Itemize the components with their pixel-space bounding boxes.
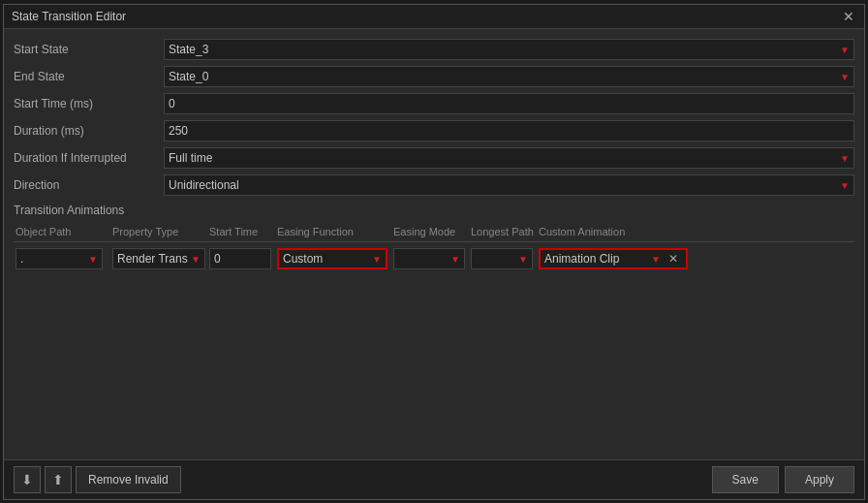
cell-custom-animation: Animation Clip ▼ ✕ <box>537 248 692 269</box>
custom-animation-arrow: ▼ <box>651 254 661 265</box>
custom-animation-dropdown[interactable]: Animation Clip ▼ <box>544 248 661 269</box>
footer-left: ⬇ ⬆ Remove Invalid <box>14 466 181 493</box>
duration-interrupted-arrow: ▼ <box>840 153 850 164</box>
th-easing-function: Easing Function <box>275 226 391 237</box>
icon-button-2[interactable]: ⬆ <box>45 466 72 493</box>
row-start-time-input[interactable] <box>209 248 271 269</box>
th-easing-mode: Easing Mode <box>391 226 469 237</box>
icon-button-1[interactable]: ⬇ <box>14 466 41 493</box>
title-bar: State Transition Editor ✕ <box>4 5 864 29</box>
start-time-input[interactable]: 0 <box>164 93 854 114</box>
easing-function-dropdown[interactable]: Custom ▼ <box>277 248 388 269</box>
start-state-arrow: ▼ <box>840 45 850 55</box>
direction-row: Direction Unidirectional ▼ <box>14 173 854 198</box>
duration-row: Duration (ms) 250 <box>14 118 854 143</box>
start-time-value: 0 <box>164 93 854 114</box>
direction-value: Unidirectional ▼ <box>164 174 854 196</box>
start-state-value: State_3 ▼ <box>164 39 854 60</box>
cell-easing-function: Custom ▼ <box>275 248 391 269</box>
dialog-content: Start State State_3 ▼ End State State_0 … <box>4 29 864 459</box>
direction-dropdown[interactable]: Unidirectional ▼ <box>164 174 854 196</box>
duration-input[interactable]: 250 <box>164 120 854 141</box>
longest-path-arrow: ▼ <box>518 254 528 265</box>
direction-text: Unidirectional <box>169 178 239 192</box>
save-button[interactable]: Save <box>712 466 779 493</box>
custom-animation-clear-button[interactable]: ✕ <box>665 253 682 265</box>
duration-value: 250 <box>164 120 854 141</box>
upload-icon: ⬆ <box>52 472 64 487</box>
start-state-row: Start State State_3 ▼ <box>14 37 854 62</box>
table-header: Object Path Property Type Start Time Eas… <box>14 221 854 242</box>
easing-mode-arrow: ▼ <box>450 254 460 265</box>
footer: ⬇ ⬆ Remove Invalid Save Apply <box>4 459 864 499</box>
object-path-arrow: ▼ <box>88 254 98 265</box>
custom-animation-text: Animation Clip <box>544 252 619 266</box>
object-path-dropdown[interactable]: . ▼ <box>16 248 103 269</box>
cell-property-type: Render Trans ▼ <box>110 248 207 269</box>
longest-path-dropdown[interactable]: ▼ <box>471 248 533 269</box>
dialog: State Transition Editor ✕ Start State St… <box>3 4 865 500</box>
end-state-dropdown[interactable]: State_0 ▼ <box>164 66 854 87</box>
cell-easing-mode: ▼ <box>391 248 469 269</box>
cell-longest-path: ▼ <box>469 248 537 269</box>
start-state-text: State_3 <box>169 43 208 56</box>
start-state-dropdown[interactable]: State_3 ▼ <box>164 39 854 60</box>
end-state-text: State_0 <box>169 70 208 83</box>
end-state-row: End State State_0 ▼ <box>14 64 854 89</box>
duration-interrupted-text: Full time <box>169 151 212 165</box>
start-time-row: Start Time (ms) 0 <box>14 91 854 116</box>
cell-object-path: . ▼ <box>14 248 110 269</box>
table-row: . ▼ Render Trans ▼ Custom ▼ <box>14 246 854 271</box>
apply-button[interactable]: Apply <box>785 466 854 493</box>
object-path-text: . <box>20 252 23 266</box>
remove-invalid-button[interactable]: Remove Invalid <box>76 466 181 493</box>
th-property-type: Property Type <box>110 226 207 237</box>
close-button[interactable]: ✕ <box>841 10 856 23</box>
start-state-label: Start State <box>14 43 164 56</box>
th-longest-path: Longest Path <box>469 226 537 237</box>
duration-interrupted-label: Duration If Interrupted <box>14 151 164 165</box>
th-custom-animation: Custom Animation <box>537 226 692 237</box>
duration-interrupted-row: Duration If Interrupted Full time ▼ <box>14 145 854 171</box>
cell-start-time <box>207 248 275 269</box>
easing-function-text: Custom <box>283 252 323 266</box>
dialog-title: State Transition Editor <box>12 10 126 23</box>
start-time-label: Start Time (ms) <box>14 97 164 110</box>
custom-animation-box: Animation Clip ▼ ✕ <box>539 248 688 269</box>
end-state-label: End State <box>14 70 164 83</box>
property-type-text: Render Trans <box>117 252 188 266</box>
transition-animations-header: Transition Animations <box>14 204 854 217</box>
duration-interrupted-dropdown[interactable]: Full time ▼ <box>164 147 854 169</box>
property-type-dropdown[interactable]: Render Trans ▼ <box>112 248 205 269</box>
th-start-time: Start Time <box>207 226 275 237</box>
end-state-value: State_0 ▼ <box>164 66 854 87</box>
download-icon: ⬇ <box>21 472 33 487</box>
easing-function-arrow: ▼ <box>372 254 382 265</box>
direction-label: Direction <box>14 178 164 192</box>
direction-arrow: ▼ <box>840 180 850 191</box>
duration-interrupted-value: Full time ▼ <box>164 147 854 169</box>
footer-right: Save Apply <box>712 466 854 493</box>
easing-mode-dropdown[interactable]: ▼ <box>393 248 465 269</box>
th-object-path: Object Path <box>14 226 110 237</box>
duration-label: Duration (ms) <box>14 124 164 138</box>
property-type-arrow: ▼ <box>191 254 201 265</box>
end-state-arrow: ▼ <box>840 72 850 82</box>
